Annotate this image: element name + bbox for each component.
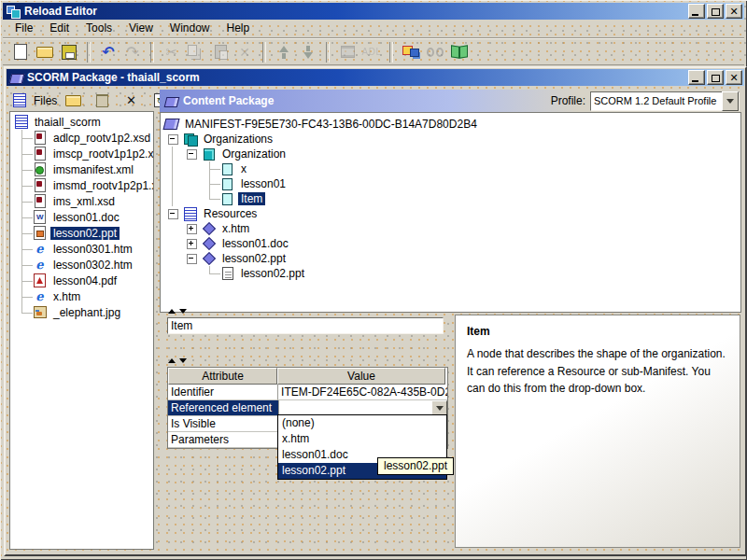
glasses-button: [423, 41, 447, 63]
tree-row[interactable]: x.htm: [10, 288, 153, 304]
tree-line: [13, 288, 32, 304]
table-row[interactable]: IdentifierITEM-DF24E65C-082A-435B-0D25-.…: [168, 385, 447, 400]
tree-line: [163, 266, 182, 281]
tree-row[interactable]: x.htm: [161, 221, 740, 236]
tree-row[interactable]: x: [161, 161, 740, 176]
tree-label: Organization: [219, 147, 289, 161]
move-down-button[interactable]: [296, 41, 320, 63]
tree-row[interactable]: Organizations: [161, 132, 740, 147]
package-close-button[interactable]: ✕: [726, 70, 742, 85]
menu-file[interactable]: File: [7, 20, 41, 37]
preview-monitor-button[interactable]: [399, 41, 423, 63]
app-title: Reload Editor: [24, 5, 97, 18]
attribute-cell[interactable]: Is Visible: [168, 416, 278, 432]
move-up-button[interactable]: [272, 41, 296, 63]
attribute-cell[interactable]: Parameters: [168, 432, 278, 448]
tree-row[interactable]: lesson0301.htm: [10, 241, 153, 257]
attribute-cell[interactable]: Referenced element: [168, 400, 279, 416]
form-splitter[interactable]: [168, 358, 187, 363]
tree-label: lesson0302.htm: [50, 259, 135, 272]
scorm-package-window: SCORM Package - thaiall_scorm ✕ Files th…: [4, 66, 747, 556]
profile-select[interactable]: SCORM 1.2 Default Profile: [590, 91, 740, 111]
tree-label: _elephant.jpg: [50, 306, 123, 319]
tree-label: ims_xml.xsd: [50, 195, 118, 208]
tree-row[interactable]: lesson02.ppt: [161, 251, 740, 266]
tree-row[interactable]: lesson01: [161, 176, 740, 191]
dropdown-item[interactable]: x.htm: [278, 431, 446, 447]
tree-row[interactable]: adlcp_rootv1p2.xsd: [10, 130, 153, 146]
tree-row[interactable]: _elephant.jpg: [10, 304, 153, 320]
tree-line: [13, 130, 32, 146]
package-restore-button[interactable]: [707, 70, 724, 85]
item-icon: [219, 192, 235, 206]
tree-row[interactable]: imscp_rootv1p1p2.xsd: [10, 146, 153, 161]
collapse-up-icon[interactable]: [168, 358, 176, 363]
xsd-file-icon: [32, 147, 48, 161]
collapse-up-icon[interactable]: [168, 309, 176, 314]
column-header[interactable]: Attribute: [168, 368, 277, 385]
close-button[interactable]: ✕: [726, 4, 742, 19]
value-cell[interactable]: ITEM-DF24E65C-082A-435B-0D25-...: [278, 385, 447, 400]
tree-line: [201, 176, 219, 191]
expand-icon[interactable]: [182, 221, 201, 236]
tree-row[interactable]: imsmd_rootv1p2p1.xsd: [10, 177, 153, 193]
book-button[interactable]: [447, 41, 472, 63]
copy-icon: [187, 43, 205, 62]
tree-row[interactable]: ims_xml.xsd: [10, 193, 153, 209]
item-title-input[interactable]: [167, 317, 444, 334]
restore-button[interactable]: [707, 4, 724, 19]
tree-row[interactable]: lesson02.ppt: [161, 266, 740, 281]
tree-row[interactable]: MANIFEST-F9E5E730-FC43-13B6-00DC-B14A7D8…: [161, 117, 740, 132]
dropdown-item[interactable]: (none): [278, 415, 446, 431]
menu-window[interactable]: Window: [162, 20, 218, 37]
toolbar-separator: [326, 42, 330, 63]
tree-row[interactable]: Organization: [161, 147, 740, 161]
package-minimize-button[interactable]: [688, 70, 705, 85]
restore-icon: [712, 8, 720, 16]
tree-line: [163, 191, 182, 206]
expand-icon[interactable]: [182, 236, 201, 251]
tree-row[interactable]: lesson01.doc: [161, 236, 740, 251]
collapse-icon[interactable]: [163, 132, 182, 147]
collapse-icon[interactable]: [182, 251, 201, 266]
tree-line: [13, 209, 32, 225]
new-document-button[interactable]: [8, 41, 33, 63]
collapse-icon[interactable]: [163, 206, 182, 221]
tree-row[interactable]: lesson04.pdf: [10, 273, 153, 288]
collapse-down-icon[interactable]: [179, 309, 187, 314]
minimize-button[interactable]: [688, 4, 705, 19]
attribute-cell[interactable]: Identifier: [168, 385, 278, 400]
toolbar-separator: [87, 42, 91, 63]
files-panel-header: Files: [9, 90, 154, 111]
tree-line: [201, 266, 219, 281]
column-header[interactable]: Value: [277, 368, 445, 385]
menu-view[interactable]: View: [120, 20, 162, 37]
files-tree: thaiall_scormadlcp_rootv1p2.xsdimscp_roo…: [9, 111, 154, 550]
menu-help[interactable]: Help: [218, 20, 259, 37]
doc-file-icon: [32, 210, 48, 224]
tree-row[interactable]: Item: [161, 191, 740, 206]
help-body: A node that describes the shape of the o…: [467, 345, 728, 398]
notebook-icon: [13, 115, 29, 129]
save-button[interactable]: [57, 41, 81, 63]
horizontal-splitter[interactable]: [160, 307, 741, 315]
undo-button[interactable]: [96, 41, 120, 63]
tree-row[interactable]: lesson02.ppt: [10, 225, 153, 241]
tree-row[interactable]: imsmanifest.xml: [10, 161, 153, 177]
tree-line: [13, 161, 32, 177]
tree-label: x.htm: [50, 290, 83, 303]
collapse-down-icon[interactable]: [179, 358, 187, 363]
collapse-icon[interactable]: [182, 147, 201, 161]
organizations-icon: [182, 133, 198, 147]
tree-row[interactable]: Resources: [161, 206, 740, 221]
menu-tools[interactable]: Tools: [78, 20, 120, 37]
content-package-title: Content Package: [183, 94, 274, 107]
profile-dropdown-button[interactable]: [722, 91, 739, 111]
tree-row[interactable]: lesson01.doc: [10, 209, 153, 225]
delete-x-button[interactable]: [119, 90, 143, 112]
minimize-icon: [692, 14, 698, 16]
tree-row[interactable]: thaiall_scorm: [10, 114, 153, 130]
tree-row[interactable]: lesson0302.htm: [10, 257, 153, 273]
menu-edit[interactable]: Edit: [41, 20, 78, 37]
open-folder-button[interactable]: [33, 41, 57, 63]
